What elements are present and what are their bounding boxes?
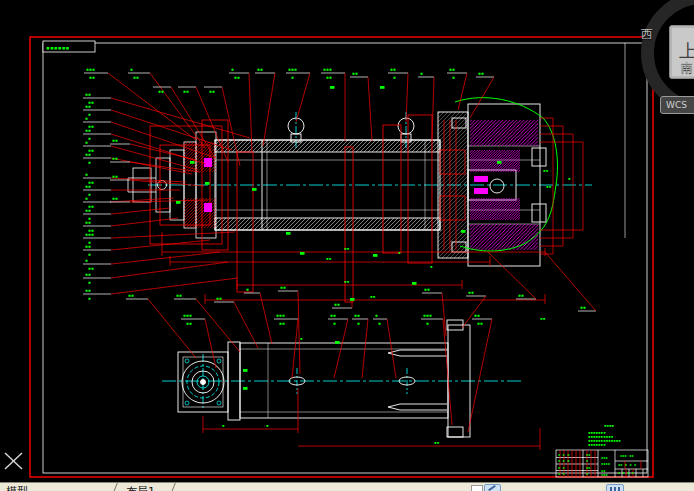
bottom-motor-view <box>178 320 540 450</box>
svg-text:▪: ▪ <box>246 286 249 292</box>
part-label: ▪▪▪ <box>83 252 220 271</box>
svg-text:▪▪: ▪▪ <box>186 320 192 326</box>
tab-model[interactable]: 模型 <box>6 484 28 491</box>
svg-text:▪▪: ▪▪ <box>158 88 164 94</box>
svg-text:▪▪: ▪▪ <box>128 292 134 298</box>
svg-text:▪▪▪▪: ▪▪▪▪ <box>601 461 610 466</box>
svg-text:▪▪: ▪▪ <box>540 316 546 321</box>
svg-text:▪: ▪ <box>85 171 88 177</box>
corner-stamp-label: ▪▪▪▪▪▪ <box>46 44 70 52</box>
part-label: ▪▪▪ <box>388 66 408 122</box>
svg-text:▪▪: ▪▪ <box>370 294 376 299</box>
svg-text:▪▪: ▪▪ <box>424 286 430 292</box>
svg-text:▪▪: ▪▪ <box>85 243 91 249</box>
quick-view-drawings-icon[interactable] <box>471 485 483 491</box>
part-label: ▪▪▪ <box>83 278 238 301</box>
part-label: ▪▪▪▪▪ <box>181 312 216 368</box>
svg-text:▪▪: ▪▪ <box>326 256 332 261</box>
svg-text:▪▪: ▪▪ <box>85 207 91 213</box>
viewcube-south-label[interactable]: 南 <box>681 59 693 76</box>
svg-text:▪▪: ▪▪ <box>183 88 189 94</box>
technical-notes: ▪▪▪▪ ▪▪▪▪▪▪▪ ▪▪▪▪▪▪▪▪▪▪ ▪▪▪▪▪▪▪▪▪▪▪▪▪ ▪▪… <box>588 423 621 447</box>
quick-view-layouts-icon[interactable] <box>484 484 501 491</box>
svg-text:▪: ▪ <box>231 66 234 72</box>
svg-text:▪: ▪ <box>426 320 429 326</box>
svg-text:▪▪: ▪▪ <box>85 151 91 157</box>
svg-text:▪▪ ▪ ▪ ▪: ▪▪ ▪ ▪ ▪ <box>618 462 636 467</box>
scrollbar-thumb-icon[interactable] <box>606 484 624 491</box>
part-label: ▪▪ <box>422 286 446 336</box>
svg-text:▪▪: ▪▪ <box>279 320 285 326</box>
part-label: ▪▪▪ <box>83 207 170 221</box>
viewcube-west-label[interactable]: 西 <box>641 26 653 43</box>
svg-text:▪▪: ▪▪ <box>478 70 484 76</box>
svg-text:▪▪: ▪▪ <box>543 168 549 173</box>
tab-separator <box>111 483 118 491</box>
part-label: ▪▪ <box>373 312 396 378</box>
svg-text:▪▪▪: ▪▪▪ <box>86 66 95 72</box>
svg-text:▪▪▪: ▪▪▪ <box>601 472 608 477</box>
part-label: ▪▪▪ <box>83 240 210 257</box>
svg-text:▪▪▪: ▪▪▪ <box>601 455 608 460</box>
part-label: ▪▪ <box>110 137 196 160</box>
svg-text:▪▪: ▪▪ <box>85 219 91 225</box>
svg-text:▪▪: ▪▪ <box>234 74 240 80</box>
part-label: ▪▪▪ <box>128 66 205 148</box>
svg-text:▪: ▪ <box>378 320 381 326</box>
svg-text:▪▪: ▪▪ <box>390 66 396 72</box>
svg-text:▪▪: ▪▪ <box>352 70 358 76</box>
part-label: ▪▪ <box>110 173 204 186</box>
part-label: ▪▪ <box>350 70 372 141</box>
svg-text:▪▪▪-▪▪: ▪▪▪-▪▪ <box>620 453 634 458</box>
part-label: ▪▪ <box>214 295 258 348</box>
layout-tab-bar: 模型 布局1 <box>0 482 694 491</box>
svg-text:▪: ▪ <box>222 423 225 428</box>
svg-text:▪: ▪ <box>398 250 401 255</box>
part-label: ▪▪▪ <box>229 66 252 152</box>
svg-text:▪: ▪ <box>85 139 88 145</box>
part-label: ▪▪ <box>470 70 494 118</box>
svg-text:▪: ▪ <box>88 111 91 117</box>
svg-text:▪: ▪ <box>568 176 571 181</box>
svg-text:▪▪: ▪▪ <box>344 246 350 251</box>
drawing-canvas[interactable]: ▪▪▪▪▪▪ <box>0 0 694 482</box>
svg-text:▪: ▪ <box>430 264 433 269</box>
tab-layout1[interactable]: 布局1 <box>126 484 155 491</box>
sheet-frame: ▪▪▪▪▪▪ <box>30 37 653 477</box>
svg-text:▪▪: ▪▪ <box>354 312 360 318</box>
svg-text:▪: ▪ <box>266 423 269 428</box>
svg-text:▪▪: ▪▪ <box>85 271 91 277</box>
svg-text:▪: ▪ <box>452 74 455 80</box>
svg-text:▪▪: ▪▪ <box>518 292 524 298</box>
svg-text:▪: ▪ <box>88 191 91 197</box>
part-label: ▪▪ <box>488 252 536 299</box>
svg-text:▪▪: ▪▪ <box>112 195 118 201</box>
svg-text:▪▪: ▪▪ <box>85 183 91 189</box>
part-label: ▪▪▪▪ <box>286 66 310 122</box>
svg-text:▪▪: ▪▪ <box>449 66 455 72</box>
part-label: ▪▪▪ <box>447 66 467 110</box>
part-label: ▪▪▪ <box>328 312 348 378</box>
part-label: ▪▪ <box>332 300 352 308</box>
svg-text:▪▪: ▪▪ <box>216 295 222 301</box>
svg-text:▪: ▪ <box>88 279 91 285</box>
part-label: ▪▪▪▪▪ <box>274 312 298 378</box>
svg-text:▪▪▪: ▪▪▪ <box>288 66 297 72</box>
svg-text:▪ ▪ ▪ ▪: ▪ ▪ ▪ ▪ <box>618 470 634 475</box>
svg-text:▪: ▪ <box>88 295 91 301</box>
svg-text:▪▪▪: ▪▪▪ <box>276 312 285 318</box>
wcs-dropdown-button[interactable]: WCS <box>660 96 694 114</box>
svg-text:▪: ▪ <box>85 115 88 121</box>
svg-text:▪▪: ▪▪ <box>344 279 350 284</box>
part-label: ▪▪▪▪ <box>83 91 250 138</box>
svg-text:▪▪: ▪▪ <box>133 74 139 80</box>
svg-text:▪: ▪ <box>85 257 88 263</box>
svg-text:▪▪: ▪▪ <box>586 465 591 470</box>
svg-text:▪▪: ▪▪ <box>257 66 263 72</box>
svg-text:▪: ▪ <box>393 74 396 80</box>
svg-text:▪▪: ▪▪ <box>326 74 332 80</box>
svg-text:▪: ▪ <box>420 70 423 76</box>
svg-text:▪ ▪: ▪ ▪ <box>558 471 565 476</box>
svg-text:▪▪▪: ▪▪▪ <box>183 312 192 318</box>
svg-text:▪▪: ▪▪ <box>477 320 483 326</box>
